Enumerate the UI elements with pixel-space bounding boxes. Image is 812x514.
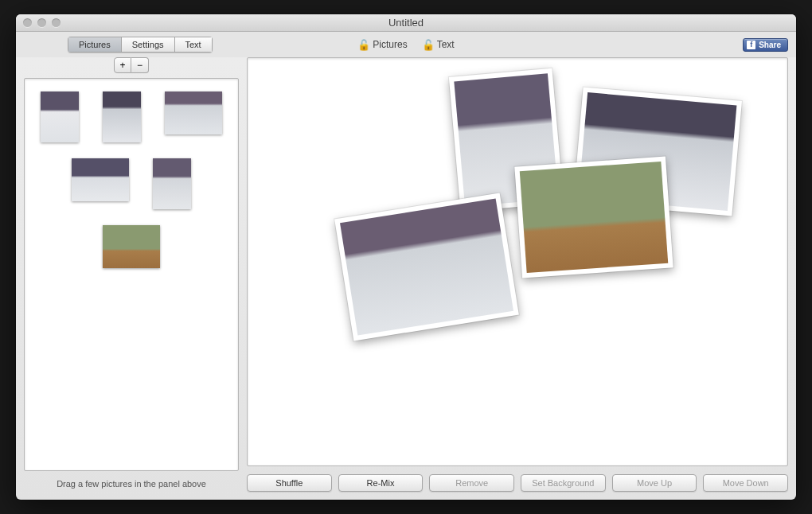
add-remove-group: + −: [24, 57, 239, 73]
lock-pictures-label: Pictures: [373, 39, 407, 50]
sidebar: + − Drag a few pictures in the panel abo…: [24, 57, 239, 492]
thumbnail[interactable]: [153, 158, 191, 209]
tab-text[interactable]: Text: [175, 37, 213, 53]
titlebar[interactable]: Untitled: [16, 14, 796, 32]
share-label: Share: [759, 41, 781, 49]
share-button[interactable]: f Share: [743, 38, 788, 52]
thumbnail[interactable]: [72, 158, 129, 201]
thumbnail[interactable]: [103, 225, 160, 268]
thumbnail-panel[interactable]: [24, 78, 239, 471]
body: + − Drag a few pictures in the panel abo…: [16, 57, 796, 500]
sidebar-helper-text: Drag a few pictures in the panel above: [24, 471, 239, 492]
thumbnail[interactable]: [103, 92, 141, 142]
lock-text-label: Text: [437, 39, 455, 50]
shuffle-button[interactable]: Shuffle: [247, 474, 332, 492]
move-down-button[interactable]: Move Down: [703, 474, 788, 492]
remove-button[interactable]: Remove: [429, 474, 514, 492]
window-title: Untitled: [16, 17, 796, 29]
move-up-button[interactable]: Move Up: [612, 474, 697, 492]
unlock-icon: 🔓: [357, 39, 370, 51]
main-column: Shuffle Re-Mix Remove Set Background Mov…: [247, 57, 788, 492]
canvas-photo[interactable]: [334, 193, 519, 341]
lock-pictures-toggle[interactable]: 🔓 Pictures: [357, 39, 407, 51]
lock-toggle-group: 🔓 Pictures 🔓 Text: [357, 39, 454, 51]
tab-pictures[interactable]: Pictures: [68, 37, 122, 53]
canvas-photo[interactable]: [514, 157, 673, 278]
thumbnail[interactable]: [165, 92, 222, 134]
lock-text-toggle[interactable]: 🔓 Text: [422, 39, 455, 51]
tab-settings[interactable]: Settings: [122, 37, 175, 53]
unlock-icon: 🔓: [422, 39, 435, 51]
facebook-icon: f: [747, 41, 755, 49]
add-picture-button[interactable]: +: [114, 57, 131, 73]
toolbar: Pictures Settings Text 🔓 Pictures 🔓 Text…: [16, 32, 796, 57]
tab-segmented-control: Pictures Settings Text: [68, 37, 213, 53]
thumbnail[interactable]: [41, 92, 79, 142]
remix-button[interactable]: Re-Mix: [338, 474, 424, 492]
set-background-button[interactable]: Set Background: [521, 474, 606, 492]
collage-canvas[interactable]: [247, 57, 788, 466]
action-bar: Shuffle Re-Mix Remove Set Background Mov…: [247, 466, 788, 492]
remove-picture-button[interactable]: −: [131, 57, 149, 73]
app-window: Untitled Pictures Settings Text 🔓 Pictur…: [16, 14, 796, 500]
